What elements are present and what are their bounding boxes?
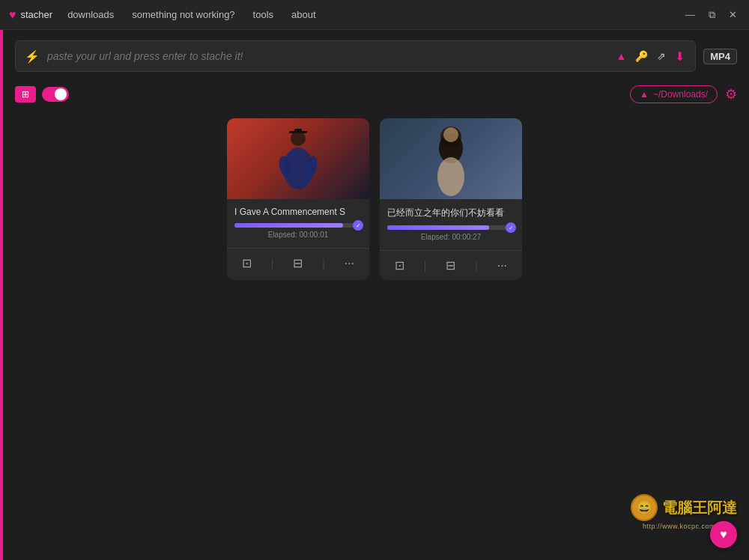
card1-actions: ⊡ | ⊟ | ··· bbox=[227, 248, 369, 278]
divider2: | bbox=[322, 258, 325, 270]
format-badge[interactable]: MP4 bbox=[703, 49, 737, 64]
share-icon[interactable]: ⇗ bbox=[655, 49, 667, 64]
card2-title: 已经而立之年的你们不妨看看 bbox=[387, 207, 515, 219]
card2-progress-fill bbox=[387, 225, 489, 230]
watermark-icon: 😄 bbox=[631, 494, 658, 521]
person-silhouette-icon bbox=[276, 125, 321, 192]
divider4: | bbox=[475, 260, 478, 272]
settings-icon[interactable]: ⚙ bbox=[725, 86, 737, 103]
menu-tools[interactable]: tools bbox=[250, 7, 276, 22]
downloads-path-text: ~/Downloads/ bbox=[653, 89, 708, 100]
titlebar-left: ♥ stacher downloads something not workin… bbox=[9, 7, 319, 22]
video-card-1: I Gave A Commencement S ✓ Elapsed: 00:00… bbox=[227, 118, 369, 280]
card1-elapsed: Elapsed: 00:00:01 bbox=[234, 231, 362, 239]
heart-icon: ♥ bbox=[9, 8, 16, 22]
divider3: | bbox=[424, 260, 427, 272]
download-icon[interactable]: ⬇ bbox=[673, 48, 686, 65]
card2-actions: ⊡ | ⊟ | ··· bbox=[380, 250, 522, 280]
fab-heart-button[interactable]: ♥ bbox=[710, 521, 737, 548]
card2-body: 已经而立之年的你们不妨看看 ✓ Elapsed: 00:00:27 bbox=[380, 199, 522, 246]
card2-thumbnail bbox=[380, 118, 522, 199]
bolt-icon: ⚡ bbox=[25, 49, 40, 64]
close-button[interactable]: ✕ bbox=[726, 7, 740, 22]
card1-more-button[interactable]: ··· bbox=[340, 255, 359, 272]
card1-check-icon: ✓ bbox=[353, 220, 363, 231]
divider1: | bbox=[271, 258, 274, 270]
url-input[interactable] bbox=[47, 50, 601, 62]
watermark-site-name: 電腦王阿達 bbox=[662, 498, 737, 518]
svg-point-8 bbox=[437, 157, 464, 196]
warning-icon[interactable]: ▲ bbox=[614, 49, 628, 64]
card1-body: I Gave A Commencement S ✓ Elapsed: 00:00… bbox=[227, 199, 369, 243]
card2-more-button[interactable]: ··· bbox=[493, 258, 512, 274]
downloads-path-button[interactable]: ▲ ~/Downloads/ bbox=[630, 85, 718, 103]
card1-folder-button[interactable]: ⊟ bbox=[288, 255, 307, 272]
url-right-icons: ▲ 🔑 ⇗ ⬇ bbox=[614, 48, 686, 65]
maximize-button[interactable]: ⧉ bbox=[706, 7, 718, 22]
svg-rect-5 bbox=[294, 129, 302, 133]
menu-downloads[interactable]: downloads bbox=[64, 7, 117, 22]
app-name: stacher bbox=[21, 9, 53, 20]
card1-progress-fill bbox=[234, 223, 343, 228]
card2-folder-button[interactable]: ⊟ bbox=[441, 257, 460, 274]
url-area: ⚡ ▲ 🔑 ⇗ ⬇ MP4 bbox=[0, 30, 749, 82]
url-input-wrapper[interactable]: ⚡ ▲ 🔑 ⇗ ⬇ bbox=[15, 40, 696, 72]
path-warning-icon: ▲ bbox=[640, 89, 649, 100]
cards-area: I Gave A Commencement S ✓ Elapsed: 00:00… bbox=[0, 111, 749, 287]
person2-silhouette-icon bbox=[425, 118, 477, 199]
card2-check-icon: ✓ bbox=[506, 222, 516, 233]
key-icon[interactable]: 🔑 bbox=[634, 49, 649, 64]
titlebar: ♥ stacher downloads something not workin… bbox=[0, 0, 749, 30]
video-card-2: 已经而立之年的你们不妨看看 ✓ Elapsed: 00:00:27 ⊡ | ⊟ … bbox=[380, 118, 522, 280]
menu-not-working[interactable]: something not working? bbox=[129, 7, 237, 22]
toolbar-right: ▲ ~/Downloads/ ⚙ bbox=[630, 85, 737, 103]
accent-bar bbox=[0, 30, 3, 560]
card2-progress-wrapper: ✓ bbox=[387, 225, 515, 230]
svg-point-9 bbox=[443, 127, 458, 142]
app-logo: ♥ stacher bbox=[9, 8, 52, 22]
window-controls: — ⧉ ✕ bbox=[682, 7, 740, 22]
minimize-button[interactable]: — bbox=[682, 7, 698, 22]
card2-play-button[interactable]: ⊡ bbox=[390, 257, 409, 274]
card2-elapsed: Elapsed: 00:00:27 bbox=[387, 233, 515, 241]
watermark-icon-area: 😄 電腦王阿達 bbox=[631, 494, 737, 521]
toolbar-left: ⊞ bbox=[15, 86, 69, 103]
image-icon[interactable]: ⊞ bbox=[15, 86, 36, 103]
toolbar-row: ⊞ ▲ ~/Downloads/ ⚙ bbox=[0, 82, 749, 111]
card1-play-button[interactable]: ⊡ bbox=[237, 255, 256, 272]
card1-thumbnail bbox=[227, 118, 369, 199]
card1-title: I Gave A Commencement S bbox=[234, 207, 362, 217]
toggle-switch[interactable] bbox=[42, 87, 69, 102]
menu-about[interactable]: about bbox=[288, 7, 319, 22]
card1-progress-wrapper: ✓ bbox=[234, 223, 362, 228]
